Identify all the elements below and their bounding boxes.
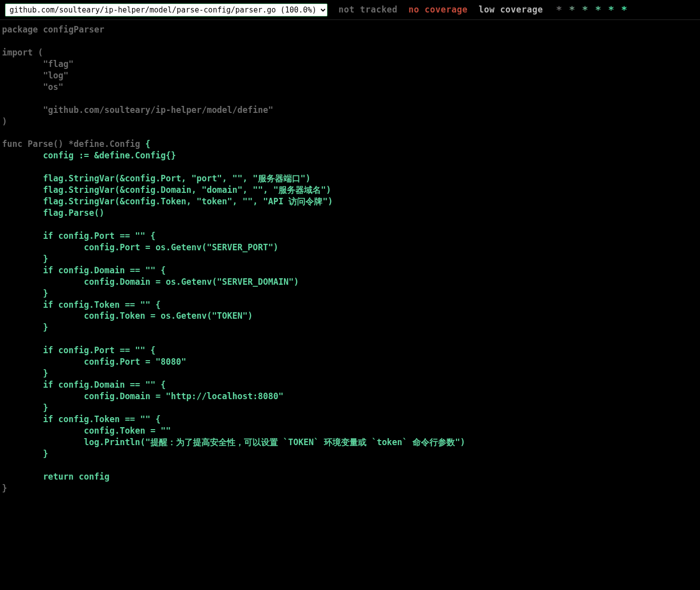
coverage-star-icon: * — [556, 3, 562, 16]
code-line: func Parse() *define.Config { — [2, 138, 698, 150]
code-line — [2, 161, 698, 173]
coverage-header: github.com/soulteary/ip-helper/model/par… — [0, 0, 700, 20]
code-line — [2, 219, 698, 230]
coverage-star-icon: * — [582, 3, 588, 16]
code-line: if config.Port == "" { — [2, 345, 698, 356]
code-line: config.Token = os.Getenv("TOKEN") — [2, 310, 698, 322]
code-line: } — [2, 253, 698, 265]
code-line: return config — [2, 471, 698, 483]
legend-not-tracked: not tracked — [338, 4, 398, 15]
code-line: "os" — [2, 81, 698, 93]
coverage-star-icon: * — [569, 3, 575, 16]
code-line: } — [2, 483, 698, 494]
code-line: flag.StringVar(&config.Token, "token", "… — [2, 196, 698, 207]
code-line: if config.Port == "" { — [2, 230, 698, 242]
code-line: package configParser — [2, 24, 698, 35]
coverage-star-icon: * — [595, 3, 601, 16]
file-select[interactable]: github.com/soulteary/ip-helper/model/par… — [5, 3, 328, 16]
legend-no-coverage: no coverage — [408, 4, 468, 15]
code-line: } — [2, 368, 698, 379]
code-line: if config.Token == "" { — [2, 414, 698, 425]
code-line — [2, 93, 698, 104]
code-line — [2, 460, 698, 471]
coverage-star-icon: * — [621, 3, 627, 16]
code-line: flag.StringVar(&config.Port, "port", "",… — [2, 173, 698, 184]
code-line: ) — [2, 116, 698, 127]
coverage-gradient-stars: ****** — [556, 3, 627, 16]
code-line: } — [2, 322, 698, 333]
code-line: } — [2, 288, 698, 299]
code-line: config.Port = "8080" — [2, 356, 698, 368]
source-code: package configParser import ( "flag" "lo… — [0, 20, 700, 498]
code-line: config.Token = "" — [2, 425, 698, 437]
code-line: "log" — [2, 70, 698, 81]
code-line: flag.Parse() — [2, 207, 698, 219]
code-line — [2, 333, 698, 345]
code-line — [2, 127, 698, 138]
code-line: if config.Domain == "" { — [2, 379, 698, 391]
code-line: config.Domain = os.Getenv("SERVER_DOMAIN… — [2, 276, 698, 288]
code-line: "github.com/soulteary/ip-helper/model/de… — [2, 104, 698, 116]
code-line — [2, 35, 698, 47]
code-line: flag.StringVar(&config.Domain, "domain",… — [2, 184, 698, 196]
code-line: } — [2, 448, 698, 460]
coverage-star-icon: * — [608, 3, 614, 16]
code-line: } — [2, 402, 698, 414]
code-line: config.Domain = "http://localhost:8080" — [2, 391, 698, 402]
code-line: if config.Token == "" { — [2, 299, 698, 311]
legend-low-coverage: low coverage — [478, 4, 543, 15]
code-line: config.Port = os.Getenv("SERVER_PORT") — [2, 242, 698, 253]
code-line: "flag" — [2, 58, 698, 70]
code-line: if config.Domain == "" { — [2, 265, 698, 276]
code-line: log.Println("提醒：为了提高安全性，可以设置 `TOKEN` 环境变… — [2, 437, 698, 448]
code-line: import ( — [2, 47, 698, 58]
code-line: config := &define.Config{} — [2, 150, 698, 161]
